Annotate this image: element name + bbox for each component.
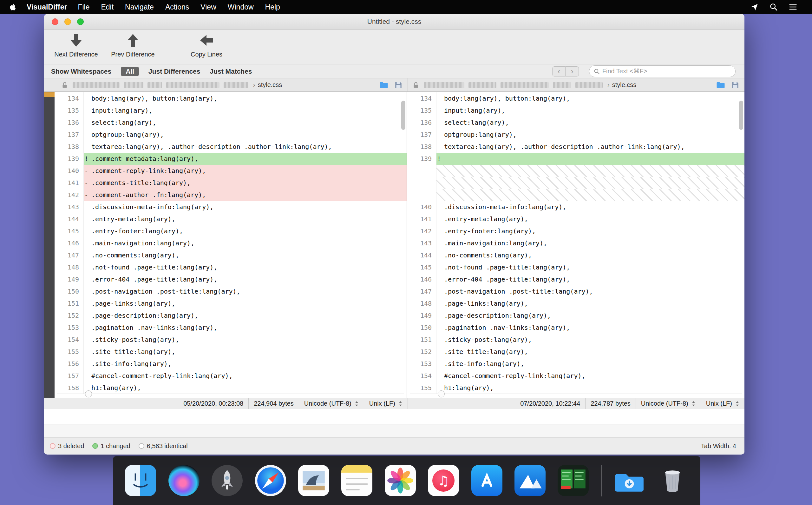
right-encoding-dropdown[interactable]: Unicode (UTF-8) xyxy=(636,398,701,409)
code-line[interactable]: 134body:lang(ary), button:lang(ary), xyxy=(407,93,745,105)
code-line[interactable]: 143.main-navigation:lang(ary), xyxy=(407,237,745,249)
code-line[interactable]: 143.discussion-meta-info:lang(ary), xyxy=(54,201,407,213)
copy-lines-button[interactable]: Copy Lines xyxy=(181,33,232,58)
code-line[interactable]: 155h1:lang(ary), xyxy=(407,382,745,394)
code-line[interactable]: 146.main-navigation:lang(ary), xyxy=(54,237,407,249)
code-line[interactable]: 137optgroup:lang(ary), xyxy=(407,129,745,141)
notes-icon[interactable] xyxy=(341,465,372,496)
save-button[interactable] xyxy=(394,81,402,89)
zoom-button[interactable] xyxy=(77,18,84,25)
code-line[interactable]: 152.page-description:lang(ary), xyxy=(54,310,407,322)
code-line[interactable]: 149.error-404 .page-title:lang(ary), xyxy=(54,273,407,285)
next-difference-button[interactable]: Next Difference xyxy=(49,33,103,58)
code-line[interactable]: 144.no-comments:lang(ary), xyxy=(407,249,745,261)
segment-just-matches[interactable]: Just Matches xyxy=(210,67,252,75)
left-line-ending-dropdown[interactable]: Unix (LF) xyxy=(364,398,408,409)
diff-gap-row[interactable] xyxy=(407,165,745,177)
photos-icon[interactable] xyxy=(385,465,416,496)
left-vertical-scrollbar[interactable] xyxy=(401,101,405,130)
downloads-folder-icon[interactable] xyxy=(614,465,645,496)
code-line[interactable]: 152.site-title:lang(ary), xyxy=(407,346,745,358)
left-encoding-dropdown[interactable]: Unicode (UTF-8) xyxy=(299,398,364,409)
left-horizontal-scroll-knob[interactable] xyxy=(85,390,92,397)
app-store-icon[interactable] xyxy=(471,465,502,496)
safari-icon[interactable] xyxy=(255,465,286,496)
right-code-pane[interactable]: 134body:lang(ary), button:lang(ary),135i… xyxy=(407,92,745,398)
code-line[interactable]: 140-.comment-reply-link:lang(ary), xyxy=(54,165,407,177)
reveal-folder-button[interactable] xyxy=(379,81,388,89)
show-whitespaces-toggle[interactable]: Show Whitespaces xyxy=(51,67,111,75)
mountains-app-icon[interactable] xyxy=(515,465,546,496)
list-icon[interactable] xyxy=(789,3,797,11)
code-line[interactable]: 142.entry-footer:lang(ary), xyxy=(407,225,745,237)
code-line[interactable]: 154#cancel-comment-reply-link:lang(ary), xyxy=(407,370,745,382)
menu-item-window[interactable]: Window xyxy=(222,0,259,14)
code-line[interactable]: 139!.comment-metadata:lang(ary), xyxy=(54,153,407,165)
menu-item-view[interactable]: View xyxy=(195,0,222,14)
left-path-bar[interactable]: › style.css xyxy=(44,78,408,92)
siri-icon[interactable] xyxy=(169,465,200,496)
code-line[interactable]: 137optgroup:lang(ary), xyxy=(54,129,407,141)
code-line[interactable]: 140.discussion-meta-info:lang(ary), xyxy=(407,201,745,213)
code-line[interactable]: 141.entry-meta:lang(ary), xyxy=(407,213,745,225)
code-line[interactable]: 150.pagination .nav-links:lang(ary), xyxy=(407,322,745,334)
code-line[interactable]: 158h1:lang(ary), xyxy=(54,382,407,394)
code-line[interactable]: 153.site-info:lang(ary), xyxy=(407,358,745,370)
left-horizontal-scroll-track[interactable] xyxy=(57,393,404,394)
code-line[interactable]: 145.entry-footer:lang(ary), xyxy=(54,225,407,237)
close-button[interactable] xyxy=(52,18,58,25)
app-menu-title[interactable]: VisualDiffer xyxy=(22,0,72,14)
code-line[interactable]: 153.pagination .nav-links:lang(ary), xyxy=(54,322,407,334)
finder-icon[interactable] xyxy=(125,465,156,496)
menu-item-actions[interactable]: Actions xyxy=(160,0,195,14)
save-button[interactable] xyxy=(731,81,739,89)
find-next-button[interactable]: › xyxy=(566,66,579,76)
code-line[interactable]: 138textarea:lang(ary), .author-descripti… xyxy=(54,141,407,153)
segment-just-differences[interactable]: Just Differences xyxy=(149,67,200,75)
title-bar[interactable]: Untitled - style.css xyxy=(44,14,745,29)
code-line[interactable]: 139! xyxy=(407,153,745,165)
menu-item-file[interactable]: File xyxy=(72,0,95,14)
code-line[interactable]: 154.sticky-post:lang(ary), xyxy=(54,334,407,346)
left-code-pane[interactable]: 134body:lang(ary), button:lang(ary),135i… xyxy=(54,92,407,398)
launchpad-icon[interactable] xyxy=(212,465,243,496)
code-line[interactable]: 144.entry-meta:lang(ary), xyxy=(54,213,407,225)
right-horizontal-scroll-track[interactable] xyxy=(410,393,742,394)
code-line[interactable]: 148.not-found .page-title:lang(ary), xyxy=(54,261,407,273)
code-line[interactable]: 147.no-comments:lang(ary), xyxy=(54,249,407,261)
right-line-ending-dropdown[interactable]: Unix (LF) xyxy=(701,398,745,409)
right-horizontal-scroll-knob[interactable] xyxy=(438,390,445,397)
code-line[interactable]: 136select:lang(ary), xyxy=(54,117,407,129)
code-line[interactable]: 141-.comments-title:lang(ary), xyxy=(54,177,407,189)
code-line[interactable]: 145.not-found .page-title:lang(ary), xyxy=(407,261,745,273)
apple-menu[interactable] xyxy=(0,0,22,14)
find-text-input[interactable] xyxy=(602,67,731,75)
code-line[interactable]: 151.sticky-post:lang(ary), xyxy=(407,334,745,346)
visualdiffer-icon[interactable] xyxy=(558,465,589,496)
diff-overview-map[interactable] xyxy=(44,92,54,398)
code-line[interactable]: 149.page-description:lang(ary), xyxy=(407,310,745,322)
right-vertical-scrollbar[interactable] xyxy=(739,101,743,130)
trash-icon[interactable] xyxy=(657,465,688,496)
find-field[interactable] xyxy=(589,65,736,77)
menu-item-navigate[interactable]: Navigate xyxy=(119,0,160,14)
reveal-folder-button[interactable] xyxy=(716,81,726,89)
minimize-button[interactable] xyxy=(64,18,71,25)
menu-item-help[interactable]: Help xyxy=(259,0,286,14)
segment-all[interactable]: All xyxy=(121,67,139,76)
search-icon[interactable] xyxy=(770,3,778,11)
diff-gap-row[interactable] xyxy=(407,189,745,201)
code-line[interactable]: 147.post-navigation .post-title:lang(ary… xyxy=(407,285,745,297)
menu-item-edit[interactable]: Edit xyxy=(95,0,119,14)
code-line[interactable]: 157#cancel-comment-reply-link:lang(ary), xyxy=(54,370,407,382)
music-icon[interactable]: ♫ xyxy=(428,465,459,496)
code-line[interactable]: 156.site-info:lang(ary), xyxy=(54,358,407,370)
find-previous-button[interactable]: ‹ xyxy=(552,66,566,76)
mail-icon[interactable] xyxy=(298,465,329,496)
code-line[interactable]: 135input:lang(ary), xyxy=(54,105,407,117)
code-line[interactable]: 134body:lang(ary), button:lang(ary), xyxy=(54,93,407,105)
code-line[interactable]: 138textarea:lang(ary), .author-descripti… xyxy=(407,141,745,153)
cursor-icon[interactable] xyxy=(751,3,759,11)
right-path-bar[interactable]: › style.css xyxy=(408,78,745,92)
prev-difference-button[interactable]: Prev Difference xyxy=(106,33,160,58)
